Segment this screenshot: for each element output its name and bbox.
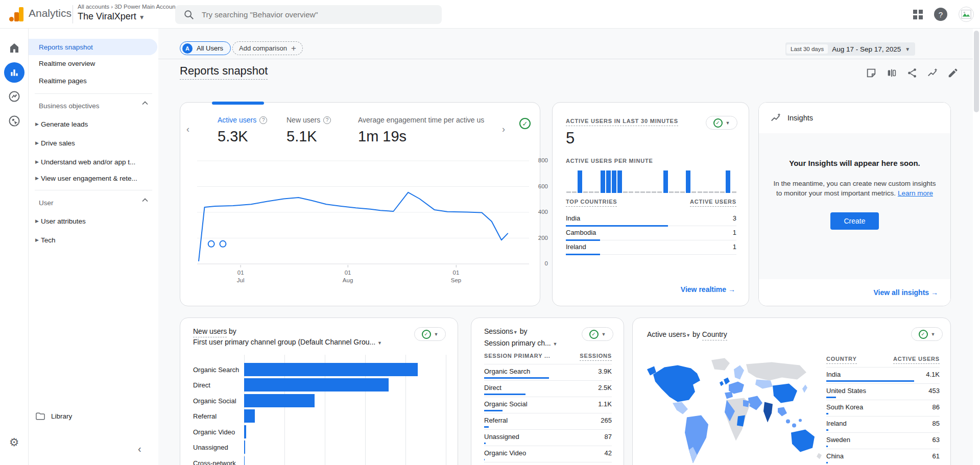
minute-bar <box>726 169 731 193</box>
sidebar-item-label: Tech <box>41 236 56 244</box>
insights-sparkle-icon[interactable] <box>927 67 938 79</box>
active-users-header: ACTIVE USERS <box>690 199 736 207</box>
search-bar[interactable] <box>175 5 442 24</box>
collapse-sidebar-icon[interactable]: ‹ <box>138 443 141 455</box>
metric-tab-active-users[interactable]: Active users ? 5.3K <box>218 116 267 145</box>
insights-sparkle-icon <box>770 112 781 124</box>
help-icon[interactable]: ? <box>934 8 947 21</box>
create-insight-button[interactable]: Create <box>830 212 878 230</box>
minute-empty-slot <box>731 169 736 193</box>
country-value: 1 <box>733 229 736 236</box>
row-bar <box>484 459 485 460</box>
edit-pencil-icon[interactable] <box>947 67 959 79</box>
add-comparison-chip[interactable]: Add comparison + <box>232 41 303 55</box>
row-value: 63 <box>933 436 940 444</box>
minute-empty-slot <box>646 169 651 193</box>
sidebar-item-realtime-overview[interactable]: Realtime overview <box>29 55 157 71</box>
dimension-name[interactable]: Country <box>702 330 727 340</box>
explore-icon[interactable] <box>8 90 21 103</box>
reports-icon[interactable] <box>4 62 25 83</box>
row-bar <box>826 429 828 431</box>
minute-bar <box>663 169 668 193</box>
y-axis-labels: 8006004002000 <box>533 154 548 267</box>
sidebar-item-user-attributes[interactable]: ▶ User attributes <box>29 213 157 229</box>
broken-image-icon <box>961 9 972 20</box>
sidebar-item-understand-web-app[interactable]: ▶ Understand web and/or app t... <box>29 154 157 169</box>
row-bar <box>826 462 828 463</box>
chevron-up-icon[interactable] <box>142 198 148 202</box>
sidebar-item-drive-sales[interactable]: ▶ Drive sales <box>29 135 157 151</box>
share-icon[interactable] <box>906 67 918 79</box>
metric-tab-avg-engagement[interactable]: Average engagement time per active us 1m… <box>358 116 489 145</box>
data-quality-dropdown[interactable]: ✓ ▼ <box>582 327 613 341</box>
help-tooltip-icon[interactable]: ? <box>259 116 267 124</box>
section-business-objectives[interactable]: Business objectives <box>39 102 100 110</box>
topbar-divider <box>158 59 980 59</box>
sidebar-item-generate-leads[interactable]: ▶ Generate leads <box>29 116 157 132</box>
metric-selector[interactable]: Active users <box>647 330 686 338</box>
insights-title: Insights <box>787 114 813 122</box>
arrow-right-icon: → <box>728 285 735 293</box>
analytics-logo-icon[interactable] <box>9 7 25 21</box>
arrow-right-icon: → <box>931 288 938 297</box>
dimension-selector[interactable]: First user primary channel group (Defaul… <box>193 338 375 346</box>
row-label: India <box>826 371 841 378</box>
metric-selector[interactable]: Sessions <box>484 327 513 335</box>
data-quality-dropdown[interactable]: ✓ ▼ <box>911 327 943 341</box>
data-quality-check-icon[interactable]: ✓ <box>519 118 531 129</box>
x-tick-label: 01Jul <box>237 269 245 284</box>
view-all-insights-link[interactable]: View all insights → <box>873 288 938 297</box>
view-realtime-link[interactable]: View realtime → <box>681 285 735 293</box>
apps-grid-icon[interactable] <box>913 10 923 19</box>
country-name: Ireland <box>566 243 586 251</box>
minute-empty-slot <box>566 169 571 193</box>
search-input[interactable] <box>202 10 416 19</box>
section-user[interactable]: User <box>39 199 54 207</box>
insights-card: Insights Your Insights will appear here … <box>758 102 951 306</box>
scrollbar-track[interactable] <box>973 29 980 465</box>
row-label: Unassigned <box>484 433 519 440</box>
minute-empty-slot <box>691 169 697 193</box>
sidebar-item-library[interactable]: Library <box>36 412 72 420</box>
caret-down-icon: ▼ <box>434 332 439 337</box>
chevron-up-icon[interactable] <box>142 101 148 105</box>
comparison-ab-icon[interactable] <box>886 67 897 79</box>
app-header: Analytics All accounts › 3D Power Main A… <box>0 0 980 29</box>
dimension-selector[interactable]: Session primary ch... <box>484 339 551 347</box>
home-icon[interactable] <box>8 42 20 54</box>
y-tick-label: 800 <box>538 157 548 163</box>
sidebar-item-reports-snapshot[interactable]: Reports snapshot <box>29 39 157 55</box>
metric-name[interactable]: New users <box>193 327 227 337</box>
per-minute-label: ACTIVE USERS PER MINUTE <box>566 158 653 164</box>
advertising-icon[interactable] <box>8 114 21 128</box>
add-note-icon[interactable] <box>866 67 877 79</box>
minute-empty-slot <box>674 169 679 193</box>
sidebar-item-tech[interactable]: ▶ Tech <box>29 232 157 248</box>
minute-empty-slot <box>720 169 725 193</box>
breadcrumb[interactable]: All accounts › 3D Power Main Accoun... <box>78 4 180 10</box>
add-comparison-label: Add comparison <box>239 44 287 52</box>
realtime-card: ACTIVE USERS IN LAST 30 MINUTES ✓ ▼ 5 AC… <box>552 102 749 306</box>
sidebar-item-realtime-pages[interactable]: Realtime pages <box>29 72 157 89</box>
avatar[interactable] <box>959 7 974 22</box>
country-name: India <box>566 214 580 222</box>
expand-arrow-icon: ▶ <box>29 237 41 242</box>
card-title: Sessions▼ by Session primary ch... ▼ <box>484 326 558 350</box>
logo-bar-tall <box>19 7 23 21</box>
settings-gear-icon[interactable]: ⚙ <box>9 436 19 449</box>
date-range-selector[interactable]: Last 30 days Aug 17 - Sep 17, 2025 ▼ <box>785 42 915 56</box>
carousel-next-icon[interactable]: › <box>502 124 505 135</box>
metric-tab-new-users[interactable]: New users ? 5.1K <box>286 116 331 145</box>
sidebar-item-view-user-engagement[interactable]: ▶ View user engagement & rete... <box>29 170 157 186</box>
carousel-prev-icon[interactable]: ‹ <box>186 124 189 135</box>
scrollbar-thumb[interactable] <box>974 31 979 112</box>
row-value: 3.9K <box>598 368 612 375</box>
data-quality-dropdown[interactable]: ✓ ▼ <box>706 116 737 130</box>
data-quality-dropdown[interactable]: ✓ ▼ <box>414 327 446 341</box>
help-tooltip-icon[interactable]: ? <box>323 116 331 124</box>
learn-more-link[interactable]: Learn more <box>898 189 933 197</box>
all-users-chip[interactable]: A All Users <box>180 41 231 55</box>
header-actions: ? <box>913 0 974 29</box>
world-map <box>644 355 828 465</box>
property-selector[interactable]: The ViralXpert ▼ <box>78 11 145 22</box>
